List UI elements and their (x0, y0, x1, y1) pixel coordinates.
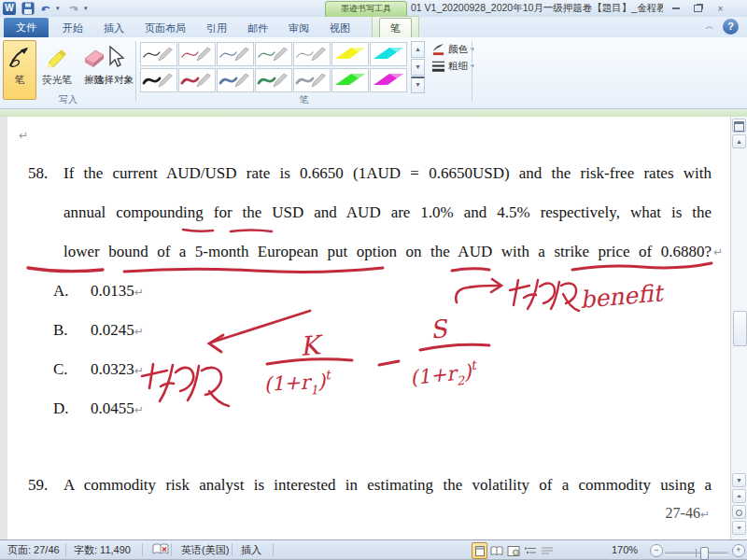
zoom-in-button[interactable]: + (732, 544, 745, 557)
write-group-label: 写入 (2, 93, 134, 106)
answer-option-d: D.0.0455↵ (53, 399, 144, 418)
scroll-down-button[interactable]: ▼ (732, 473, 746, 487)
group-separator (135, 41, 136, 101)
pen-style-5-pen[interactable] (293, 42, 331, 66)
tab-page-layout[interactable]: 页面布局 (134, 19, 196, 37)
option-letter: B. (53, 321, 91, 340)
view-draft-button[interactable] (539, 542, 555, 559)
view-outline-button[interactable] (522, 542, 538, 559)
vertical-scrollbar[interactable]: ▲ ▼ ⏶ ⏷ (730, 117, 747, 539)
paragraph-mark: ↵ (134, 286, 144, 299)
status-page-indicator[interactable]: 页面: 27/46 (0, 540, 67, 559)
previous-page-button[interactable]: ⏶ (732, 489, 746, 503)
pen-style-9-pen[interactable] (178, 68, 216, 92)
highlighter-label: 荧光笔 (42, 74, 72, 87)
status-separator (171, 543, 172, 556)
undo-button[interactable] (38, 2, 53, 16)
pen-style-2-pen[interactable] (178, 42, 216, 66)
zoom-level-label[interactable]: 170% (612, 540, 638, 559)
select-objects-button[interactable]: 选择对象 (93, 40, 134, 100)
pen-style-4-pen[interactable] (255, 42, 292, 66)
paragraph-mark: ↵ (134, 325, 144, 338)
pen-style-7-highlighter[interactable] (370, 42, 407, 66)
pen-style-12-pen[interactable] (293, 68, 331, 92)
pen-style-8-pen[interactable] (140, 68, 177, 92)
window-controls: × (669, 3, 727, 15)
pen-style-14-highlighter[interactable] (370, 68, 407, 92)
view-web-layout-button[interactable] (505, 542, 521, 559)
gallery-more-button[interactable]: ▼ (411, 77, 425, 93)
zoom-out-button[interactable]: − (650, 544, 663, 557)
undo-dropdown-icon[interactable]: ▾ (56, 5, 63, 12)
answer-option-a: A.0.0135↵ (53, 282, 144, 301)
tab-insert[interactable]: 插入 (93, 19, 134, 37)
tab-references[interactable]: 引用 (196, 19, 237, 37)
ribbon-tab-row: 文件开始插入页面布局引用邮件审阅视图笔 (0, 17, 747, 37)
question-59-number: 59. (28, 476, 48, 495)
scroll-up-button[interactable]: ▲ (732, 134, 746, 148)
pen-style-6-highlighter[interactable] (331, 42, 369, 66)
question-58-line-2: annual compounding for the USD and AUD a… (63, 203, 712, 222)
pen-label: 笔 (15, 74, 25, 87)
status-language[interactable]: 英语(美国) (174, 540, 236, 559)
ink-color-label: 颜色 (448, 43, 468, 56)
status-separator (142, 543, 143, 556)
pen-style-10-pen[interactable] (217, 68, 254, 92)
view-full-screen-reading-button[interactable] (488, 542, 504, 559)
pen-group-label: 笔 (136, 93, 472, 106)
gallery-scroll-up-button[interactable]: ▲ (411, 41, 425, 58)
ruler-toggle-button[interactable] (732, 119, 746, 133)
restore-button[interactable] (691, 3, 705, 14)
status-separator (232, 543, 233, 556)
ink-color-icon (431, 42, 445, 58)
gallery-scroll-down-button[interactable]: ▼ (411, 59, 425, 76)
select-objects-label: 选择对象 (94, 74, 134, 87)
document-area: ↵ 58. If the current AUD/USD rate is 0.6… (0, 117, 747, 539)
footer-number-text: 27-46 (666, 505, 700, 521)
option-letter: D. (53, 399, 91, 418)
ink-color-button[interactable]: 颜色▾ (431, 42, 474, 57)
view-print-layout-button[interactable] (472, 542, 487, 559)
select-browse-object-button[interactable] (732, 505, 746, 519)
question-58-line-1: If the current AUD/USD rate is 0.6650 (1… (63, 164, 712, 183)
pen-style-11-pen[interactable] (255, 68, 292, 92)
minimize-ribbon-button[interactable]: ︿ (702, 21, 717, 34)
status-separator (273, 543, 274, 556)
ink-thickness-button[interactable]: 粗细▾ (431, 59, 474, 74)
pen-style-3-pen[interactable] (217, 42, 254, 66)
question-58-line-3: lower bound of a 5-month European put op… (63, 243, 712, 261)
page-footer-number: 27-46↵ (560, 505, 710, 522)
tab-view[interactable]: 视图 (319, 19, 360, 37)
group-separator (472, 41, 472, 101)
question-59-line-1: A commodity risk analyst is interested i… (63, 476, 712, 495)
tab-home[interactable]: 开始 (52, 19, 93, 37)
paragraph-mark: ↵ (700, 508, 710, 521)
view-mode-buttons (472, 542, 555, 559)
minimize-button[interactable] (669, 3, 683, 14)
option-letter: C. (53, 360, 91, 379)
tab-pen[interactable]: 笔 (379, 18, 412, 37)
status-insert-mode[interactable]: 插入 (233, 540, 269, 559)
answer-option-c: C.0.0323↵ (53, 360, 144, 379)
pen-style-13-highlighter[interactable] (331, 68, 369, 92)
select-object-icon (102, 45, 126, 71)
tab-review[interactable]: 审阅 (278, 19, 319, 37)
scrollbar-thumb[interactable] (733, 311, 747, 346)
next-page-button[interactable]: ⏷ (732, 521, 746, 535)
ribbon: 笔荧光笔擦除选择对象 ▲ ▼ ▼ 颜色▾粗细▾ 写入 笔 (0, 37, 747, 109)
zoom-slider-track[interactable] (665, 552, 728, 554)
status-word-count[interactable]: 字数: 11,490 (66, 540, 138, 559)
pen-button[interactable]: 笔 (3, 40, 36, 100)
pen-style-1-pen[interactable] (140, 42, 177, 66)
customize-qat-icon[interactable]: ▾ (84, 5, 92, 12)
save-button[interactable] (21, 2, 35, 16)
zoom-slider-thumb[interactable] (700, 547, 709, 560)
paragraph-mark: ↵ (134, 403, 144, 416)
redo-button[interactable] (66, 2, 81, 16)
highlighter-button[interactable]: 荧光笔 (39, 40, 75, 100)
tab-file[interactable]: 文件 (4, 18, 49, 37)
tab-mailings[interactable]: 邮件 (237, 19, 278, 37)
thickness-icon (431, 59, 445, 75)
close-button[interactable]: × (713, 3, 727, 14)
help-button[interactable]: ? (723, 19, 739, 35)
